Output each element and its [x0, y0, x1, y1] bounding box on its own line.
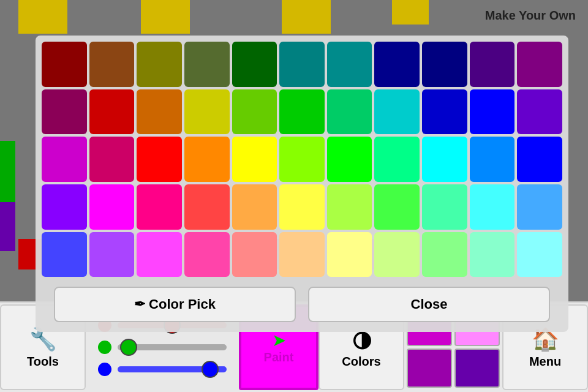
color-swatch-3[interactable] [454, 349, 500, 388]
color-cell[interactable] [327, 137, 372, 182]
slider-thumb-1[interactable] [120, 339, 137, 356]
color-cell[interactable] [184, 137, 230, 182]
color-cell[interactable] [327, 232, 372, 277]
color-cell[interactable] [517, 89, 562, 135]
color-cell[interactable] [184, 232, 230, 277]
slider-track-1[interactable] [118, 344, 227, 350]
color-cell[interactable] [470, 232, 515, 277]
slider-dot-1 [98, 341, 111, 354]
color-cell[interactable] [42, 137, 87, 182]
color-cell[interactable] [422, 89, 467, 135]
color-pick-button[interactable]: ✒ Color Pick [54, 287, 296, 322]
color-cell[interactable] [279, 89, 325, 135]
slider-row-2 [98, 363, 227, 376]
color-cell[interactable] [42, 184, 87, 230]
color-cell[interactable] [374, 89, 420, 135]
color-cell[interactable] [279, 184, 325, 230]
color-cell[interactable] [470, 89, 515, 135]
color-cell[interactable] [232, 137, 277, 182]
tools-label: Tools [27, 355, 59, 369]
color-cell[interactable] [374, 232, 420, 277]
color-cell[interactable] [517, 42, 562, 87]
color-cell[interactable] [89, 89, 135, 135]
slider-dot-2 [98, 363, 111, 376]
color-cell[interactable] [374, 137, 420, 182]
color-cell[interactable] [232, 42, 277, 87]
color-cell[interactable] [137, 42, 182, 87]
color-cell[interactable] [184, 42, 230, 87]
color-cell[interactable] [374, 42, 420, 87]
color-cell[interactable] [232, 184, 277, 230]
color-cell[interactable] [327, 184, 372, 230]
color-cell[interactable] [279, 232, 325, 277]
palette-buttons: ✒ Color Pick Close [42, 283, 562, 326]
color-cell[interactable] [137, 184, 182, 230]
color-cell[interactable] [89, 42, 135, 87]
close-label: Close [411, 296, 448, 312]
color-pick-label: Color Pick [149, 296, 216, 312]
color-cell[interactable] [137, 89, 182, 135]
color-cell[interactable] [42, 232, 87, 277]
color-cell[interactable] [374, 184, 420, 230]
color-cell[interactable] [42, 89, 87, 135]
color-cell[interactable] [470, 184, 515, 230]
color-cell[interactable] [517, 232, 562, 277]
slider-thumb-2[interactable] [202, 361, 219, 378]
color-cell[interactable] [422, 232, 467, 277]
color-cell[interactable] [232, 89, 277, 135]
make-your-own-label: Make Your Own [485, 9, 576, 23]
color-cell[interactable] [42, 42, 87, 87]
color-cell[interactable] [327, 89, 372, 135]
colors-label: Colors [342, 355, 380, 369]
color-cell[interactable] [470, 42, 515, 87]
paint-label: Paint [264, 350, 294, 364]
color-cell[interactable] [422, 42, 467, 87]
color-cell[interactable] [279, 137, 325, 182]
slider-track-2[interactable] [118, 366, 227, 372]
color-palette-overlay: ✒ Color Pick Close [36, 36, 568, 332]
color-cell[interactable] [327, 42, 372, 87]
close-button[interactable]: Close [308, 287, 550, 322]
color-cell[interactable] [232, 232, 277, 277]
color-cell[interactable] [184, 89, 230, 135]
color-cell[interactable] [89, 137, 135, 182]
color-pick-icon: ✒ [134, 296, 145, 312]
color-cell[interactable] [137, 232, 182, 277]
slider-row-1 [98, 341, 227, 354]
menu-label: Menu [529, 355, 561, 369]
color-grid [42, 42, 562, 277]
color-cell[interactable] [517, 137, 562, 182]
color-cell[interactable] [422, 137, 467, 182]
color-cell[interactable] [89, 184, 135, 230]
color-cell[interactable] [279, 42, 325, 87]
color-cell[interactable] [422, 184, 467, 230]
color-swatch-2[interactable] [407, 349, 452, 388]
color-cell[interactable] [470, 137, 515, 182]
color-cell[interactable] [184, 184, 230, 230]
color-cell[interactable] [89, 232, 135, 277]
color-cell[interactable] [137, 137, 182, 182]
paint-icon: ➤ [272, 330, 286, 350]
color-cell[interactable] [517, 184, 562, 230]
